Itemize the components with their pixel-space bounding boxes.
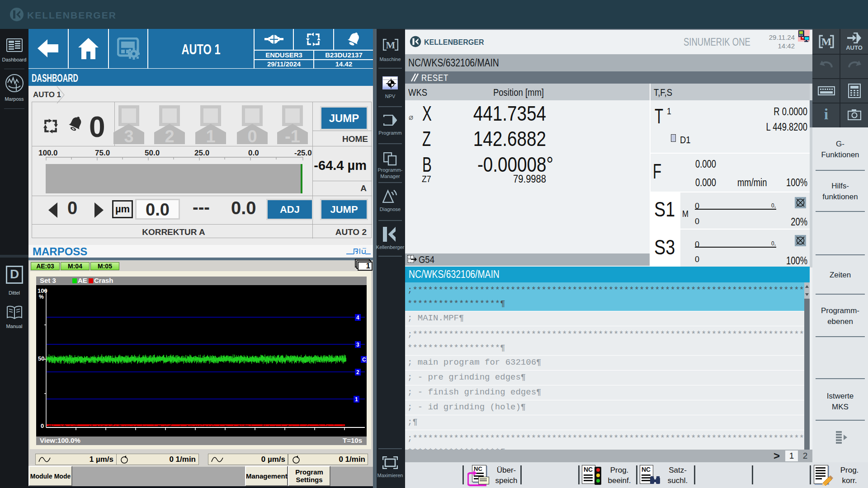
svg-text:2: 2 [356, 369, 359, 375]
svg-text:0: 0 [247, 127, 257, 144]
svg-text:%: % [39, 294, 44, 300]
svg-text:4: 4 [356, 314, 359, 321]
svg-text:1: 1 [206, 127, 215, 144]
svg-text:2: 2 [165, 127, 174, 144]
svg-text:M: M [386, 39, 396, 51]
svg-text:100: 100 [38, 287, 47, 294]
svg-text:3: 3 [124, 127, 133, 144]
svg-text:3: 3 [356, 342, 359, 348]
svg-text:1: 1 [355, 396, 358, 403]
svg-text:C: C [362, 357, 366, 363]
svg-text:50: 50 [38, 355, 44, 362]
svg-text:M: M [821, 36, 832, 47]
svg-text:-1: -1 [285, 127, 300, 144]
svg-text:0: 0 [41, 422, 44, 429]
